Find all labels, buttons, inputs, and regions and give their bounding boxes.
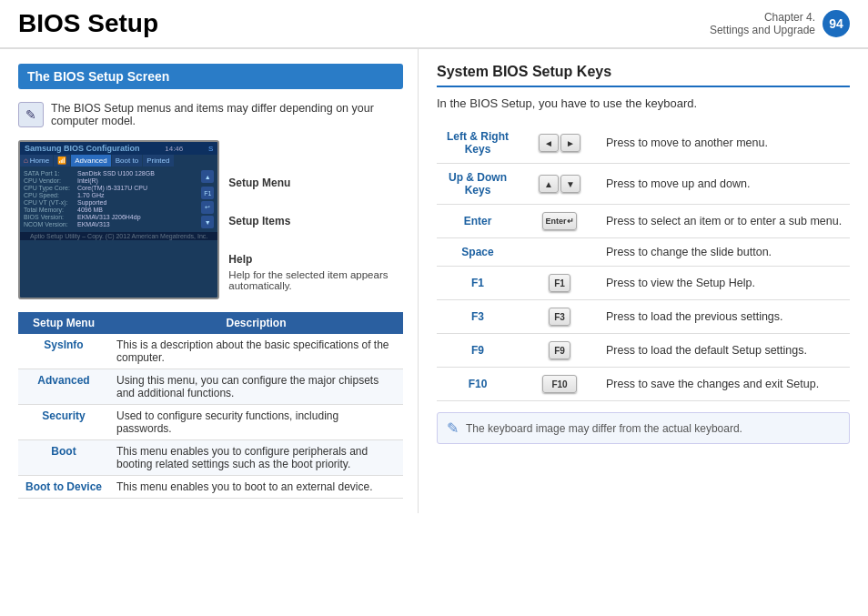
- right-column: System BIOS Setup Keys In the BIOS Setup…: [419, 49, 868, 513]
- key-icon: Enter↵: [542, 212, 577, 230]
- key-name: F3: [437, 300, 519, 334]
- table-row: Boot to DeviceThis menu enables you to b…: [18, 476, 403, 499]
- table-row: SysInfoThis is a description about the b…: [18, 334, 403, 369]
- key-icon-cell: ▲▼: [519, 164, 601, 205]
- bios-nav-wireless[interactable]: 📶: [54, 155, 70, 167]
- menu-desc: This menu enables you to boot to an exte…: [109, 476, 403, 499]
- bios-row: CPU Vendor:Intel(R): [24, 177, 196, 184]
- key-icon-cell: F9: [519, 334, 601, 368]
- menu-desc: Using this menu, you can configure the m…: [109, 369, 403, 405]
- menu-desc: Used to configure security functions, in…: [109, 405, 403, 440]
- key-icon: ►: [560, 134, 580, 152]
- key-desc: Press to move to another menu.: [601, 123, 850, 164]
- main-content: The BIOS Setup Screen ✎ The BIOS Setup m…: [0, 49, 868, 513]
- key-desc: Press to select an item or to enter a su…: [601, 205, 850, 238]
- bios-labels: Setup Menu Setup Items Help Help for the…: [228, 140, 403, 291]
- bios-row: Total Memory:4096 MB: [24, 207, 196, 213]
- col-setup-menu: Setup Menu: [18, 312, 109, 334]
- chapter-sub: Settings and Upgrade: [710, 24, 815, 36]
- bios-row: CPU Type Core:Core(TM) i5-3317U CPU: [24, 185, 196, 191]
- bios-scrollbar: ▲ F1 ↩ ▼: [199, 168, 216, 230]
- key-name: Left & Right Keys: [437, 123, 519, 164]
- menu-desc: This menu enables you to configure perip…: [109, 440, 403, 476]
- page-title: BIOS Setup: [18, 9, 158, 38]
- key-icon-cell: F1: [519, 267, 601, 300]
- table-row: AdvancedUsing this menu, you can configu…: [18, 369, 403, 405]
- bios-diagram: Samsung BIOS Configuration 14:46 S ⌂ Hom…: [18, 140, 403, 299]
- setup-items-label: Setup Items: [228, 215, 403, 227]
- key-icon-cell: Enter↵: [519, 205, 601, 238]
- key-row: F9F9Press to load the default Setup sett…: [437, 334, 850, 368]
- table-row: BootThis menu enables you to configure p…: [18, 440, 403, 476]
- bios-content: SATA Port 1:SanDisk SSD U100 128GB CPU V…: [22, 168, 197, 230]
- left-column: The BIOS Setup Screen ✎ The BIOS Setup m…: [0, 49, 419, 513]
- key-desc: Press to load the previous settings.: [601, 300, 850, 334]
- key-icon: F3: [549, 308, 570, 326]
- key-row: SpacePress to change the slide button.: [437, 238, 850, 267]
- key-icon-cell: [519, 238, 601, 267]
- key-row: F10F10Press to save the changes and exit…: [437, 368, 850, 401]
- menu-name: Security: [18, 405, 109, 440]
- key-name: F1: [437, 267, 519, 300]
- chapter-info: Chapter 4. Settings and Upgrade 94: [710, 10, 850, 37]
- bottom-note-text: The keyboard image may differ from the a…: [466, 422, 742, 435]
- bios-row: CPU VT (VT-x):Supported: [24, 199, 196, 206]
- help-label: Help: [228, 253, 403, 266]
- bios-nav-boot[interactable]: Boot to: [112, 155, 142, 167]
- key-icon: F10: [542, 375, 577, 393]
- right-intro: In the BIOS Setup, you have to use the k…: [437, 96, 850, 110]
- key-row: Up & Down Keys▲▼Press to move up and dow…: [437, 164, 850, 205]
- table-row: SecurityUsed to configure security funct…: [18, 405, 403, 440]
- key-icon: ▲: [539, 175, 559, 193]
- key-icon: F9: [549, 341, 570, 359]
- bios-nav: ⌂ Home 📶 Advanced Boot to Printed: [20, 155, 217, 167]
- menu-desc: This is a description about the basic sp…: [109, 334, 403, 369]
- menu-name: Advanced: [18, 369, 109, 405]
- key-desc: Press to move up and down.: [601, 164, 850, 205]
- col-description: Description: [109, 312, 403, 334]
- note-icon: ✎: [18, 102, 44, 127]
- setup-table: Setup Menu Description SysInfoThis is a …: [18, 312, 403, 499]
- key-row: F3F3Press to load the previous settings.: [437, 300, 850, 334]
- bios-row: NCOM Version:EKMAV313: [24, 221, 196, 227]
- key-icon: ▼: [560, 175, 580, 193]
- bios-header: Samsung BIOS Configuration 14:46 S: [20, 142, 217, 155]
- bottom-note: ✎ The keyboard image may differ from the…: [437, 412, 850, 444]
- right-section-title: System BIOS Setup Keys: [437, 64, 850, 87]
- key-icon: ◄: [539, 134, 559, 152]
- bios-body: SATA Port 1:SanDisk SSD U100 128GB CPU V…: [20, 167, 217, 232]
- bios-row: BIOS Version:EKMAV313 J206H4dp: [24, 214, 196, 220]
- bios-row: SATA Port 1:SanDisk SSD U100 128GB: [24, 170, 196, 177]
- key-row: Left & Right Keys◄►Press to move to anot…: [437, 123, 850, 164]
- bios-row: CPU Speed:1.70 GHz: [24, 192, 196, 198]
- keys-table: Left & Right Keys◄►Press to move to anot…: [437, 123, 850, 401]
- left-section-title: The BIOS Setup Screen: [18, 64, 403, 89]
- key-icon-cell: ◄►: [519, 123, 601, 164]
- key-row: EnterEnter↵Press to select an item or to…: [437, 205, 850, 238]
- key-icon-cell: F3: [519, 300, 601, 334]
- key-row: F1F1Press to view the Setup Help.: [437, 267, 850, 300]
- chapter-label: Chapter 4.: [710, 11, 815, 24]
- key-desc: Press to change the slide button.: [601, 238, 850, 267]
- key-name: Enter: [437, 205, 519, 238]
- chapter-badge: 94: [823, 10, 850, 37]
- key-name: F9: [437, 334, 519, 368]
- key-icon-cell: F10: [519, 368, 601, 401]
- key-desc: Press to save the changes and exit Setup…: [601, 368, 850, 401]
- note-box: ✎ The BIOS Setup menus and items may dif…: [18, 102, 403, 127]
- key-name: Space: [437, 238, 519, 267]
- bios-nav-sysinfo[interactable]: ⌂ Home: [20, 155, 53, 167]
- bios-logo: Samsung BIOS Configuration: [25, 144, 140, 153]
- bios-nav-advanced[interactable]: Advanced: [71, 155, 111, 167]
- note-icon-right: ✎: [447, 419, 459, 437]
- bios-footer: Aptio Setup Utility – Copy. (C) 2012 Ame…: [20, 232, 217, 240]
- bios-screenshot: Samsung BIOS Configuration 14:46 S ⌂ Hom…: [18, 140, 219, 299]
- key-desc: Press to load the default Setup settings…: [601, 334, 850, 368]
- key-icon: F1: [549, 274, 570, 292]
- menu-name: SysInfo: [18, 334, 109, 369]
- note-text: The BIOS Setup menus and items may diffe…: [51, 102, 403, 127]
- page-header: BIOS Setup Chapter 4. Settings and Upgra…: [0, 0, 868, 49]
- setup-menu-label: Setup Menu: [228, 177, 403, 189]
- key-name: Up & Down Keys: [437, 164, 519, 205]
- bios-nav-security[interactable]: Printed: [143, 155, 173, 167]
